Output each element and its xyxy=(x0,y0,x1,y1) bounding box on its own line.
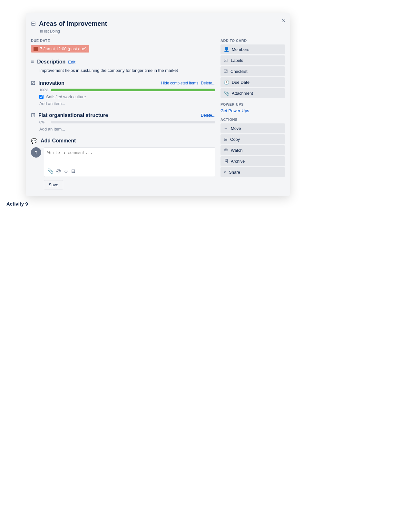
checklist-item-text: Satisfied work culture xyxy=(46,94,86,99)
comment-textarea[interactable] xyxy=(47,150,212,163)
description-edit-link[interactable]: Edit xyxy=(68,60,75,64)
watch-icon: 👁 xyxy=(224,148,228,153)
format-icon[interactable]: ⊟ xyxy=(71,168,75,174)
due-date-sidebar-icon: 🕐 xyxy=(224,80,229,85)
copy-icon: ⊟ xyxy=(224,137,228,142)
delete-checklist-link[interactable]: Delete... xyxy=(201,81,215,85)
checklist-checkbox[interactable] xyxy=(39,95,44,99)
members-label: Members xyxy=(232,47,249,52)
add-to-card-label: ADD TO CARD xyxy=(220,39,285,43)
members-icon: 👤 xyxy=(224,47,229,52)
checklist-flat-org-header: ☑ Flat organisational structure Delete..… xyxy=(31,112,215,118)
description-text: Improvement helps in sustaining the comp… xyxy=(39,67,215,74)
due-date-button[interactable]: 🕐 Due Date xyxy=(220,77,285,87)
description-title: Description xyxy=(37,59,65,65)
due-date-sidebar-label: Due Date xyxy=(232,80,250,85)
comment-input-row: Y 📎 @ ☺ ⊟ xyxy=(31,147,215,177)
modal-body: DUE DATE 7 Jan at 12:00 (past due) ≡ Des… xyxy=(31,39,285,189)
archive-icon: 🗄 xyxy=(224,159,228,164)
modal-subtitle: in list Doing xyxy=(40,29,285,34)
innovation-progress-row: 100% xyxy=(39,88,215,92)
checklist-header-left: ☑ Innovation xyxy=(31,80,64,86)
flat-org-add-item[interactable]: Add an item... xyxy=(39,127,215,131)
comment-box-wrapper: 📎 @ ☺ ⊟ xyxy=(44,147,215,177)
checklist-item: Satisfied work culture xyxy=(39,94,215,99)
watch-label: Watch xyxy=(231,148,242,153)
card-icon: ⊟ xyxy=(31,20,36,27)
actions-label: ACTIONS xyxy=(220,118,285,121)
checklist-flat-org-title: Flat organisational structure xyxy=(38,112,108,118)
checklist-flat-org: ☑ Flat organisational structure Delete..… xyxy=(31,112,215,131)
checklist-flat-org-actions: Delete... xyxy=(201,113,215,118)
labels-icon: 🏷 xyxy=(224,58,228,63)
archive-button[interactable]: 🗄 Archive xyxy=(220,156,285,166)
labels-label: Labels xyxy=(231,58,243,63)
mention-icon[interactable]: @ xyxy=(56,168,61,174)
copy-button[interactable]: ⊟ Copy xyxy=(220,134,285,144)
copy-label: Copy xyxy=(230,137,240,142)
checklist-flat-org-header-left: ☑ Flat organisational structure xyxy=(31,112,108,118)
share-icon: < xyxy=(224,169,226,175)
checklist-button[interactable]: ☑ Checklist xyxy=(220,66,285,76)
innovation-progress-percent: 100% xyxy=(39,88,51,92)
checklist-sidebar-icon: ☑ xyxy=(224,69,228,74)
power-ups-label: POWER-UPS xyxy=(220,102,285,106)
innovation-progress-bar-fill xyxy=(51,89,215,91)
attachment-button[interactable]: 📎 Attachment xyxy=(220,88,285,98)
comment-icon: 💬 xyxy=(31,138,37,144)
attachment-icon[interactable]: 📎 xyxy=(47,168,54,174)
description-header: ≡ Description Edit xyxy=(31,59,215,65)
add-comment-section: 💬 Add Comment Y 📎 @ ☺ ⊟ xyxy=(31,138,215,189)
get-power-ups-link[interactable]: Get Power-Ups xyxy=(220,108,285,113)
card-modal: × ⊟ Areas of Improvement in list Doing D… xyxy=(26,13,290,196)
subtitle-prefix: in list xyxy=(40,29,49,34)
close-button[interactable]: × xyxy=(282,17,286,24)
share-button[interactable]: < Share xyxy=(220,167,285,177)
sidebar: ADD TO CARD 👤 Members 🏷 Labels ☑ Checkli… xyxy=(220,39,285,189)
add-comment-title: Add Comment xyxy=(41,138,76,144)
modal-header: ⊟ Areas of Improvement xyxy=(31,19,285,28)
flat-org-progress-bar-bg xyxy=(51,121,215,123)
share-label: Share xyxy=(229,170,240,175)
emoji-icon[interactable]: ☺ xyxy=(64,168,68,174)
members-button[interactable]: 👤 Members xyxy=(220,44,285,54)
checklist-innovation: ☑ Innovation Hide completed items Delete… xyxy=(31,80,215,106)
avatar: Y xyxy=(31,147,41,158)
attachment-sidebar-icon: 📎 xyxy=(224,91,229,96)
footer-label: Activity 9 xyxy=(6,201,28,207)
due-date-text: 7 Jan at 12:00 (past due) xyxy=(40,46,87,51)
main-content: DUE DATE 7 Jan at 12:00 (past due) ≡ Des… xyxy=(31,39,215,189)
move-label: Move xyxy=(231,126,241,131)
watch-button[interactable]: 👁 Watch xyxy=(220,145,285,155)
checklist-sidebar-label: Checklist xyxy=(230,69,248,74)
innovation-add-item[interactable]: Add an item... xyxy=(39,101,215,106)
delete-flat-org-link[interactable]: Delete... xyxy=(201,113,215,118)
move-button[interactable]: → Move xyxy=(220,123,285,133)
flat-org-progress-percent: 0% xyxy=(39,120,51,124)
checklist-innovation-title: Innovation xyxy=(38,80,64,86)
due-date-section: DUE DATE 7 Jan at 12:00 (past due) xyxy=(31,39,215,53)
modal-title: Areas of Improvement xyxy=(39,19,107,28)
flat-org-progress-row: 0% xyxy=(39,120,215,124)
archive-label: Archive xyxy=(231,159,245,164)
due-date-badge[interactable]: 7 Jan at 12:00 (past due) xyxy=(31,45,89,53)
comment-toolbar: 📎 @ ☺ ⊟ xyxy=(47,166,212,174)
description-section: ≡ Description Edit Improvement helps in … xyxy=(31,59,215,74)
checklist-innovation-actions: Hide completed items Delete... xyxy=(161,81,215,85)
checklist-icon: ☑ xyxy=(31,80,35,86)
due-date-color-box xyxy=(34,47,38,51)
due-date-label: DUE DATE xyxy=(31,39,215,43)
move-icon: → xyxy=(224,126,228,131)
checklist-flat-org-icon: ☑ xyxy=(31,112,35,118)
checklist-innovation-header: ☑ Innovation Hide completed items Delete… xyxy=(31,80,215,86)
list-link[interactable]: Doing xyxy=(50,29,60,34)
attachment-label: Attachment xyxy=(232,91,253,96)
add-comment-header: 💬 Add Comment xyxy=(31,138,215,144)
innovation-progress-bar-bg xyxy=(51,89,215,91)
save-button[interactable]: Save xyxy=(44,180,63,189)
hide-completed-link[interactable]: Hide completed items xyxy=(161,81,198,85)
labels-button[interactable]: 🏷 Labels xyxy=(220,55,285,65)
description-icon: ≡ xyxy=(31,59,34,65)
